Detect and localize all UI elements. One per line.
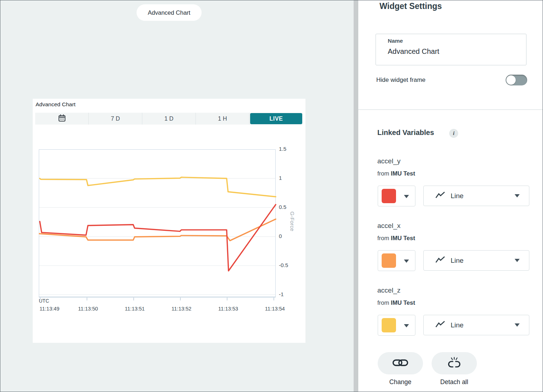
x-tick-label: 11:13:52 xyxy=(171,306,191,312)
line-chart-icon xyxy=(435,256,445,265)
widget-settings-panel: Widget Settings Name Advanced Chart Hide… xyxy=(358,0,543,392)
chevron-down-icon xyxy=(515,259,520,262)
linked-variable-accel-x: accel_x from IMU Test Line xyxy=(377,222,530,279)
live-button[interactable]: LIVE xyxy=(250,113,302,124)
change-variables-action: Change xyxy=(378,352,423,386)
range-live-cell: LIVE xyxy=(249,113,303,125)
time-range-toolbar: 7 D 1 D 1 H LIVE xyxy=(35,113,303,125)
calendar-range-button[interactable] xyxy=(35,113,89,125)
hide-widget-frame-label: Hide widget frame xyxy=(376,76,425,84)
color-swatch xyxy=(382,253,396,268)
variable-source: from IMU Test xyxy=(377,299,415,306)
hide-widget-frame-toggle[interactable] xyxy=(506,75,527,85)
x-tick-label: 11:13:50 xyxy=(78,306,98,312)
name-field-value[interactable]: Advanced Chart xyxy=(388,47,439,56)
linked-variables-title: Linked Variables xyxy=(377,129,434,137)
name-field[interactable]: Name Advanced Chart xyxy=(376,34,526,65)
line-chart-icon xyxy=(435,191,445,201)
change-variables-button[interactable] xyxy=(378,352,423,374)
toggle-knob xyxy=(506,75,516,85)
link-icon xyxy=(392,358,409,369)
chart-type-select-accel-x[interactable]: Line xyxy=(423,250,529,271)
chart-type-value: Line xyxy=(451,257,464,265)
variable-source: from IMU Test xyxy=(377,235,415,242)
color-swatch xyxy=(382,318,396,332)
chart-type-value: Line xyxy=(451,321,464,329)
settings-scrollbar[interactable] xyxy=(354,0,358,392)
advanced-chart-widget: Advanced Chart xyxy=(33,99,305,343)
name-field-label: Name xyxy=(388,38,403,44)
section-divider xyxy=(358,109,543,110)
color-picker-accel-z[interactable] xyxy=(378,315,415,336)
screen: Advanced Chart Advanced Chart xyxy=(0,0,543,392)
color-picker-accel-x[interactable] xyxy=(378,250,415,271)
dashboard-canvas: Advanced Chart Advanced Chart xyxy=(0,0,354,392)
chart-plot[interactable] xyxy=(39,149,276,302)
info-icon[interactable]: i xyxy=(449,129,458,138)
range-1d-button[interactable]: 1 D xyxy=(142,113,196,125)
y-tick-label: 0 xyxy=(279,233,282,239)
y-tick-label: 1.5 xyxy=(279,146,286,152)
detach-all-button[interactable] xyxy=(432,352,477,374)
x-tick-label: 11:13:53 xyxy=(218,306,238,312)
chart-type-select-accel-y[interactable]: Line xyxy=(423,186,529,206)
chevron-down-icon xyxy=(404,324,409,327)
panel-title: Widget Settings xyxy=(379,1,442,11)
detach-all-label: Detach all xyxy=(432,378,477,386)
x-axis-timezone: UTC xyxy=(39,298,49,304)
change-label: Change xyxy=(378,378,423,386)
y-tick-label: -0.5 xyxy=(279,262,288,268)
variable-source: from IMU Test xyxy=(377,170,415,177)
variable-name: accel_x xyxy=(377,222,400,230)
range-7d-button[interactable]: 7 D xyxy=(89,113,142,125)
chevron-down-icon xyxy=(515,323,520,327)
y-tick-label: 0.5 xyxy=(279,204,286,210)
variable-name: accel_y xyxy=(377,157,400,165)
range-1h-button[interactable]: 1 H xyxy=(196,113,249,125)
variable-name: accel_z xyxy=(377,286,400,294)
chart-title: Advanced Chart xyxy=(36,101,75,108)
calendar-icon xyxy=(58,114,66,124)
linked-variable-accel-y: accel_y from IMU Test Line xyxy=(377,157,530,215)
chevron-down-icon xyxy=(515,194,520,197)
chart-type-value: Line xyxy=(451,192,464,200)
broken-link-icon xyxy=(446,357,463,370)
widget-name-pill-label: Advanced Chart xyxy=(148,9,190,16)
y-axis-title: G-Force xyxy=(289,211,295,231)
widget-name-pill[interactable]: Advanced Chart xyxy=(137,4,202,21)
y-tick-label: 1 xyxy=(279,175,282,181)
x-tick-label: 11:13:49 xyxy=(40,306,59,312)
detach-all-action: Detach all xyxy=(432,352,477,386)
x-tick-label: 11:13:51 xyxy=(125,306,144,312)
y-tick-label: -1 xyxy=(279,291,284,297)
line-chart-icon xyxy=(435,321,445,330)
color-swatch xyxy=(382,189,396,203)
chart-type-select-accel-z[interactable]: Line xyxy=(423,315,529,335)
chevron-down-icon xyxy=(404,260,409,263)
color-picker-accel-y[interactable] xyxy=(378,186,415,206)
x-tick-label: 11:13:54 xyxy=(265,306,285,312)
chevron-down-icon xyxy=(404,195,409,198)
linked-variable-accel-z: accel_z from IMU Test Line xyxy=(377,286,530,344)
